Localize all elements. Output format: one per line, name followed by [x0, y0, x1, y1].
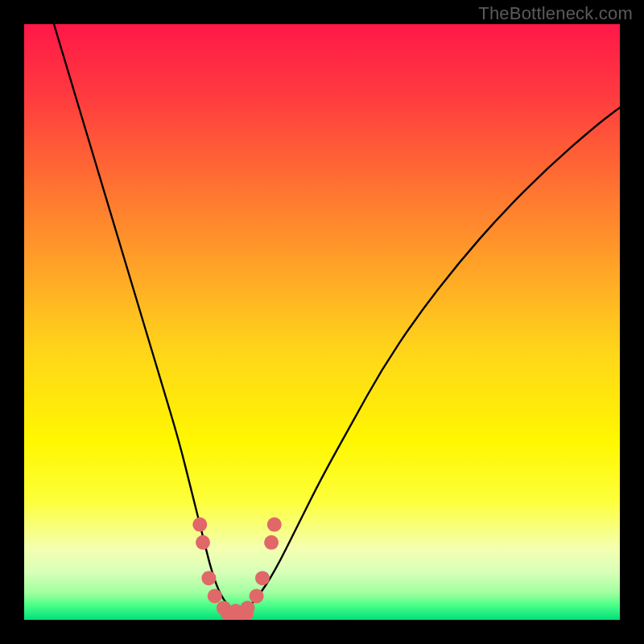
marker-dot: [196, 535, 210, 550]
marker-dot: [201, 571, 216, 585]
marker-dot: [192, 518, 207, 532]
bottleneck-curve: [54, 24, 620, 611]
marker-dot: [264, 535, 279, 550]
marker-dot: [267, 518, 282, 532]
marker-dot: [241, 601, 255, 615]
marker-dot: [255, 571, 270, 585]
outer-frame: TheBottleneck.com: [0, 0, 644, 644]
plot-area: [24, 24, 620, 620]
marker-dots: [192, 518, 281, 618]
marker-dot: [250, 588, 264, 603]
marker-dot: [208, 588, 222, 603]
watermark-text: TheBottleneck.com: [478, 3, 633, 24]
chart-svg: [24, 24, 620, 620]
